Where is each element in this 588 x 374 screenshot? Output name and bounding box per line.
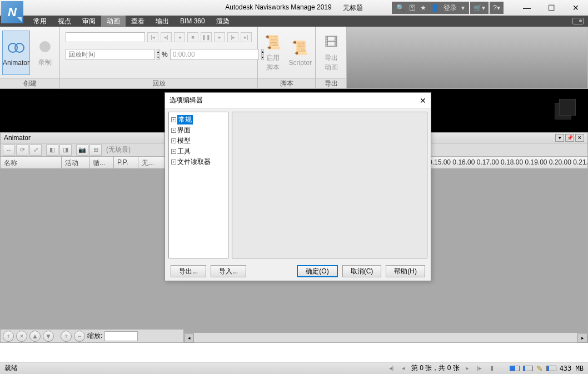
anim-list[interactable] bbox=[1, 169, 183, 329]
sheet-first[interactable]: ◂| bbox=[387, 364, 396, 373]
tree-node-filereaders[interactable]: +文件读取器 bbox=[171, 157, 226, 167]
move-down-button[interactable]: ▼ bbox=[43, 331, 54, 342]
tree-node-tools[interactable]: +工具 bbox=[171, 146, 226, 157]
dialog-titlebar[interactable]: 选项编辑器 ✕ bbox=[165, 93, 431, 108]
sheet-next[interactable]: ▸ bbox=[463, 364, 472, 373]
help-button[interactable]: ? ▾ bbox=[490, 2, 504, 14]
col-pp[interactable]: P.P. bbox=[114, 157, 138, 168]
export-animation-button[interactable]: 🎞 导出 动画 bbox=[318, 31, 344, 75]
disk-bar-1 bbox=[510, 366, 520, 371]
ribbon-group-export: 导出 bbox=[316, 78, 346, 88]
expand-icon[interactable]: + bbox=[171, 128, 176, 133]
import-button[interactable]: 导入... bbox=[211, 265, 246, 277]
sheet-last[interactable]: |▸ bbox=[475, 364, 484, 373]
timeline-scrollbar[interactable]: ◂ ▸ bbox=[184, 332, 587, 342]
tb-scale[interactable]: ⤢ bbox=[29, 144, 42, 156]
col-active[interactable]: 活动 bbox=[62, 157, 89, 168]
ribbon-group-script: 脚本 bbox=[258, 78, 315, 88]
minimize-button[interactable]: — bbox=[515, 0, 539, 16]
step-fwd-button[interactable]: |▸ bbox=[227, 32, 238, 42]
zoom-in-button[interactable]: + bbox=[61, 331, 72, 342]
tb-transparency[interactable]: ◨ bbox=[59, 144, 72, 156]
dialog-title: 选项编辑器 bbox=[170, 96, 203, 105]
expand-icon[interactable]: + bbox=[171, 117, 176, 122]
spin-down[interactable]: ▾ bbox=[157, 54, 160, 60]
login-label: 登录 bbox=[444, 3, 457, 13]
tb-translate[interactable]: ↔ bbox=[3, 144, 15, 156]
maximize-button[interactable]: ☐ bbox=[539, 0, 564, 16]
options-tree[interactable]: +常规 +界面 +模型 +工具 +文件读取器 bbox=[168, 112, 228, 258]
playback-time-input[interactable] bbox=[66, 49, 155, 60]
panel-pin-button[interactable]: 📌 bbox=[565, 134, 574, 142]
help-button[interactable]: 帮助(H) bbox=[386, 265, 425, 277]
col-name[interactable]: 名称 bbox=[1, 157, 62, 168]
scroll-left[interactable]: ◂ bbox=[184, 333, 194, 342]
expand-icon[interactable]: + bbox=[171, 138, 176, 143]
tab-output[interactable]: 输出 bbox=[150, 16, 175, 27]
ribbon-group-playback: 回放 bbox=[60, 78, 257, 88]
tree-node-model[interactable]: +模型 bbox=[171, 136, 226, 146]
cancel-button[interactable]: 取消(C) bbox=[342, 265, 382, 277]
animator-icon bbox=[7, 39, 25, 57]
view-cube-icon[interactable] bbox=[549, 94, 582, 128]
goto-start-button[interactable]: |◂ bbox=[147, 32, 158, 42]
panel-close-button[interactable]: ✕ bbox=[575, 134, 584, 142]
record-indicator-icon[interactable] bbox=[572, 18, 584, 24]
key-icon: ⚿ bbox=[409, 4, 416, 12]
chevron-down-icon: ▾ bbox=[482, 4, 485, 12]
ok-button[interactable]: 确定(O) bbox=[297, 265, 337, 277]
add-scene-button[interactable]: + bbox=[3, 331, 14, 342]
expand-icon[interactable]: + bbox=[171, 149, 176, 154]
timeline-ticks: 0.15.00 0.16.00 0.17.00 0.18.00 0.19.00 … bbox=[428, 158, 587, 166]
tb-capture[interactable]: 📷 bbox=[76, 144, 88, 156]
tb-rotate[interactable]: ⟳ bbox=[16, 144, 28, 156]
panel-options-button[interactable]: ▾ bbox=[555, 134, 564, 142]
zoom-out-button[interactable]: − bbox=[74, 331, 85, 342]
play-button[interactable]: ▸ bbox=[214, 32, 225, 42]
stop-button[interactable]: ■ bbox=[187, 32, 198, 42]
tree-node-general[interactable]: +常规 bbox=[171, 114, 226, 125]
goto-end-button[interactable]: ▸| bbox=[241, 32, 252, 42]
col-loop[interactable]: 循... bbox=[89, 157, 114, 168]
info-center[interactable]: 🔍 ⚿ ★ 👤 登录 ▾ bbox=[392, 2, 469, 14]
step-back-button[interactable]: ◂| bbox=[161, 32, 172, 42]
app-icon[interactable]: N bbox=[1, 1, 23, 23]
pencil-icon[interactable]: ✎ bbox=[536, 364, 543, 373]
tab-render[interactable]: 渲染 bbox=[211, 16, 235, 27]
playback-slider[interactable] bbox=[66, 32, 145, 42]
playback-position-input[interactable] bbox=[170, 49, 259, 60]
tab-animation[interactable]: 动画 bbox=[101, 16, 126, 27]
expand-icon[interactable]: + bbox=[171, 159, 176, 164]
scripter-button[interactable]: 📜 Scripter bbox=[288, 31, 313, 75]
play-reverse-button[interactable]: ◂ bbox=[174, 32, 185, 42]
move-up-button[interactable]: ▲ bbox=[29, 331, 41, 342]
tab-view[interactable]: 查看 bbox=[126, 16, 150, 27]
enable-script-button[interactable]: 📜 启用 脚本 bbox=[260, 31, 286, 75]
tab-bim360[interactable]: BIM 360 bbox=[175, 16, 211, 26]
scroll-right[interactable]: ▸ bbox=[577, 333, 587, 342]
doc-title: 无标题 bbox=[343, 3, 363, 13]
title-bar: N Autodesk Navisworks Manage 2019 无标题 🔍 … bbox=[0, 0, 588, 16]
disk-bar-2 bbox=[523, 366, 533, 371]
tree-node-interface[interactable]: +界面 bbox=[171, 125, 226, 136]
record-button[interactable]: 录制 bbox=[32, 31, 57, 75]
tb-snap[interactable]: ⊞ bbox=[89, 144, 102, 156]
tab-review[interactable]: 审阅 bbox=[77, 16, 101, 27]
zoom-input[interactable] bbox=[104, 331, 138, 341]
tab-home[interactable]: 常用 bbox=[28, 16, 52, 27]
status-text: 就绪 bbox=[4, 363, 18, 373]
mem-bar bbox=[546, 366, 556, 371]
exchange-button[interactable]: 🛒 ▾ bbox=[470, 2, 489, 14]
delete-scene-button[interactable]: × bbox=[16, 331, 27, 342]
zoom-label: 缩放: bbox=[87, 331, 102, 341]
animator-button[interactable]: Animator bbox=[2, 31, 30, 75]
tab-viewpoint[interactable]: 视点 bbox=[52, 16, 77, 27]
dialog-close-button[interactable]: ✕ bbox=[420, 96, 426, 105]
close-button[interactable]: ✕ bbox=[564, 0, 588, 16]
sheet-browser[interactable]: ▮ bbox=[487, 364, 496, 373]
pause-button[interactable]: ❚❚ bbox=[201, 32, 212, 42]
export-button[interactable]: 导出... bbox=[171, 265, 206, 277]
sheet-prev[interactable]: ◂ bbox=[399, 364, 408, 373]
tb-color[interactable]: ◧ bbox=[46, 144, 58, 156]
spin-up[interactable]: ▴ bbox=[157, 49, 160, 54]
